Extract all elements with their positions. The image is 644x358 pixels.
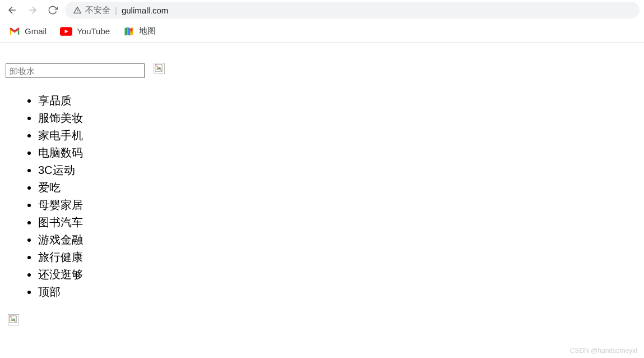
list-item[interactable]: 还没逛够 bbox=[38, 266, 638, 283]
address-divider: | bbox=[115, 6, 117, 15]
list-item[interactable]: 母婴家居 bbox=[38, 196, 638, 214]
list-item[interactable]: 享品质 bbox=[38, 92, 638, 109]
search-row bbox=[6, 63, 638, 79]
security-label: 不安全 bbox=[85, 5, 110, 16]
forward-button[interactable] bbox=[25, 2, 40, 18]
category-list: 享品质 服饰美妆 家电手机 电脑数码 3C运动 爱吃 母婴家居 图书汽车 游戏金… bbox=[27, 92, 638, 301]
arrow-right-icon bbox=[27, 4, 38, 16]
broken-image-bottom-wrap bbox=[8, 314, 638, 330]
list-item[interactable]: 游戏金融 bbox=[38, 231, 638, 249]
maps-icon bbox=[123, 26, 135, 37]
list-item[interactable]: 服饰美妆 bbox=[38, 109, 638, 127]
list-item[interactable]: 3C运动 bbox=[38, 162, 638, 179]
broken-image-icon bbox=[155, 64, 163, 72]
broken-image-bottom bbox=[8, 314, 19, 325]
reload-button[interactable] bbox=[45, 2, 61, 18]
list-item[interactable]: 旅行健康 bbox=[38, 249, 638, 266]
arrow-left-icon bbox=[7, 4, 18, 16]
bookmark-label: Gmail bbox=[25, 26, 47, 36]
youtube-icon bbox=[60, 27, 72, 36]
reload-icon bbox=[48, 5, 58, 15]
bookmark-label: 地图 bbox=[139, 26, 156, 36]
list-item[interactable]: 爱吃 bbox=[38, 179, 638, 196]
bookmark-label: YouTube bbox=[77, 26, 110, 36]
list-item[interactable]: 图书汽车 bbox=[38, 214, 638, 231]
gmail-icon bbox=[9, 27, 20, 36]
warning-icon bbox=[73, 6, 82, 15]
list-item[interactable]: 电脑数码 bbox=[38, 144, 638, 162]
url-text: gulimall.com bbox=[122, 6, 168, 15]
address-bar[interactable]: 不安全 | gulimall.com bbox=[65, 2, 640, 19]
back-button[interactable] bbox=[4, 2, 20, 18]
bookmark-maps[interactable]: 地图 bbox=[123, 26, 156, 37]
search-input[interactable] bbox=[6, 63, 145, 78]
bookmark-youtube[interactable]: YouTube bbox=[60, 26, 110, 36]
list-item[interactable]: 家电手机 bbox=[38, 127, 638, 144]
bookmarks-bar: Gmail YouTube 地图 bbox=[0, 20, 644, 43]
broken-image-search bbox=[154, 63, 165, 74]
list-item[interactable]: 顶部 bbox=[38, 283, 638, 301]
bookmark-gmail[interactable]: Gmail bbox=[9, 26, 47, 36]
broken-image-icon bbox=[9, 315, 17, 323]
page-content: 享品质 服饰美妆 家电手机 电脑数码 3C运动 爱吃 母婴家居 图书汽车 游戏金… bbox=[0, 43, 644, 336]
browser-toolbar: 不安全 | gulimall.com bbox=[0, 0, 644, 20]
